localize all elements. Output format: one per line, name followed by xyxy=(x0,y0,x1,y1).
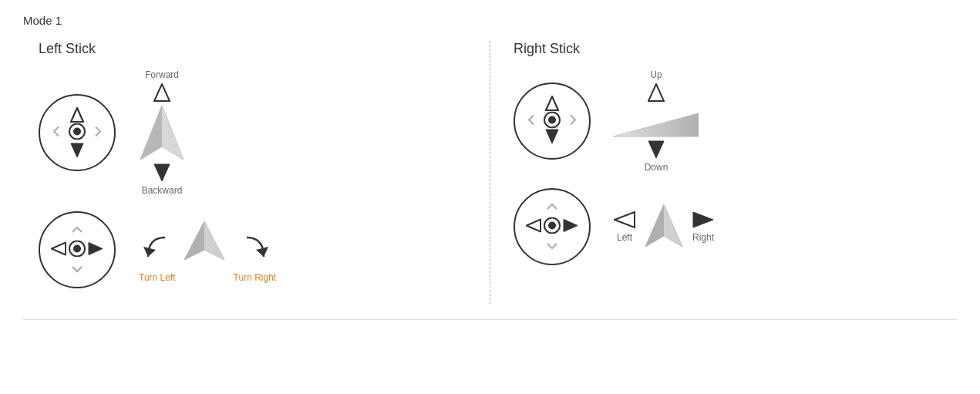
right-plane-svg xyxy=(645,200,683,251)
right-stick-circle-1 xyxy=(514,83,591,160)
svg-point-29 xyxy=(548,222,556,230)
svg-marker-18 xyxy=(546,96,558,110)
right-item: Right xyxy=(692,210,714,243)
mode-title: Mode 1 xyxy=(23,14,957,27)
right-section-title: Right Stick xyxy=(514,41,580,57)
up-label: Up xyxy=(650,69,662,80)
right-stick-1-center xyxy=(544,112,561,131)
svg-marker-9 xyxy=(52,243,66,255)
svg-marker-19 xyxy=(546,130,558,143)
section-divider xyxy=(490,41,490,304)
right-top-row: Up xyxy=(514,69,699,173)
backward-label: Backward xyxy=(142,185,183,196)
turn-plane-icon xyxy=(184,217,226,266)
svg-marker-27 xyxy=(564,220,578,232)
right-stick-2-inner xyxy=(525,200,579,254)
turn-section: Turn Left xyxy=(139,217,276,283)
turn-left-icon xyxy=(142,230,173,272)
right-stick1-right xyxy=(568,114,578,129)
backward-arrow-icon xyxy=(153,163,170,182)
left-section: Left Stick xyxy=(23,41,482,304)
down-label: Down xyxy=(645,162,668,173)
left-stick2-up xyxy=(72,224,83,236)
left-stick-2-inner xyxy=(50,223,104,277)
turn-left-label: Turn Left xyxy=(139,272,176,283)
right-stick-1-inner xyxy=(525,94,579,148)
svg-marker-34 xyxy=(693,212,713,227)
left-top-row: Forward Backward xyxy=(39,69,185,196)
left-stick-1-inner xyxy=(50,106,104,160)
svg-marker-22 xyxy=(648,84,664,101)
svg-marker-24 xyxy=(614,113,699,136)
svg-marker-10 xyxy=(89,243,103,255)
left-stick-circle-1 xyxy=(39,94,116,171)
left-stick2-left xyxy=(51,242,66,258)
svg-marker-0 xyxy=(71,108,83,122)
left-stick-1-center xyxy=(69,123,86,143)
turn-right-item: Turn Right xyxy=(234,230,277,283)
left-section-title: Left Stick xyxy=(39,41,96,57)
right-section: Right Stick xyxy=(498,41,957,281)
right-stick1-down xyxy=(545,129,559,146)
turn-left-item: Turn Left xyxy=(139,230,176,283)
svg-point-12 xyxy=(73,245,81,253)
left-stick-left-arrow xyxy=(52,126,61,140)
left-right-section: Left R xyxy=(614,200,714,253)
left-bottom-row: Turn Left xyxy=(39,211,276,288)
up-down-section: Up xyxy=(614,69,699,173)
right-arrow-icon xyxy=(692,210,714,229)
forward-label: Forward xyxy=(145,69,179,80)
right-label: Right xyxy=(692,232,714,243)
right-stick-2-center xyxy=(544,217,561,237)
right-stick-circle-2 xyxy=(514,188,591,265)
right-stick2-right xyxy=(563,219,578,235)
left-stick-down-arrow xyxy=(70,143,84,158)
svg-marker-30 xyxy=(615,212,635,227)
turn-plane-svg xyxy=(184,217,226,264)
up-arrow-icon xyxy=(648,83,665,102)
left-stick-2-center xyxy=(69,241,86,260)
forward-backward-control: Forward Backward xyxy=(139,69,185,196)
right-stick2-down xyxy=(547,241,557,252)
svg-marker-8 xyxy=(154,164,170,181)
right-bottom-row: Left R xyxy=(514,188,714,265)
left-label: Left xyxy=(617,232,632,243)
left-stick2-right xyxy=(88,242,103,258)
left-arrow-icon xyxy=(614,210,635,229)
left-stick2-down xyxy=(72,264,83,275)
right-stick2-up xyxy=(547,201,557,213)
svg-point-21 xyxy=(548,116,556,124)
svg-marker-26 xyxy=(527,220,541,232)
page-container: Mode 1 Left Stick xyxy=(0,0,980,335)
svg-marker-4 xyxy=(154,84,170,101)
down-arrow-icon xyxy=(648,140,665,159)
forward-plane-icon xyxy=(139,102,185,163)
left-stick-up-arrow xyxy=(70,107,84,123)
right-stick2-left xyxy=(526,219,541,235)
turn-right-icon xyxy=(239,230,270,272)
left-stick-circle-2 xyxy=(39,211,116,288)
svg-point-3 xyxy=(73,128,81,136)
right-plane-icon xyxy=(645,200,683,253)
bottom-divider xyxy=(23,319,957,320)
svg-marker-25 xyxy=(648,141,664,158)
throttle-icon xyxy=(614,102,699,140)
main-content: Left Stick xyxy=(23,41,957,304)
left-stick-right-arrow xyxy=(93,126,103,140)
turn-right-label: Turn Right xyxy=(234,272,277,283)
forward-arrow-icon xyxy=(153,83,170,102)
left-item: Left xyxy=(614,210,635,243)
right-stick1-left xyxy=(527,114,536,129)
svg-marker-1 xyxy=(71,143,83,157)
